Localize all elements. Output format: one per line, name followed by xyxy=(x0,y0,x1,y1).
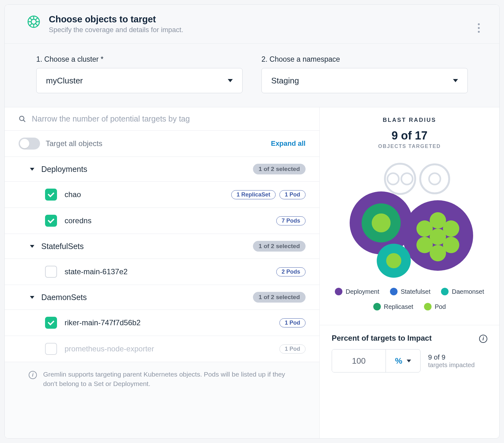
expand-all-link[interactable]: Expand all xyxy=(271,139,306,148)
kubernetes-icon xyxy=(27,15,41,31)
item-pills: 1 Pod xyxy=(279,344,306,354)
legend-label: Statefulset xyxy=(401,288,431,295)
group-title: DaemonSets xyxy=(41,293,87,302)
legend-dot xyxy=(390,288,398,295)
legend-label: Deployment xyxy=(346,288,379,295)
group-title: StatefulSets xyxy=(41,242,84,251)
svg-line-11 xyxy=(23,120,25,122)
list-item: state-main-6137e2 2 Pods xyxy=(5,259,319,285)
impact-summary: 9 of 9 targets impacted xyxy=(428,353,475,369)
chevron-down-icon xyxy=(407,360,411,362)
svg-point-20 xyxy=(372,213,391,232)
list-item: coredns 7 Pods xyxy=(5,208,319,234)
page-title: Choose objects to target xyxy=(49,14,183,25)
group-header-daemonsets[interactable]: DaemonSets 1 of 2 selected xyxy=(5,285,319,310)
blast-count: 9 of 17 xyxy=(332,129,487,142)
legend-dot xyxy=(335,288,342,295)
chevron-down-icon xyxy=(228,79,233,82)
item-checkbox[interactable] xyxy=(45,215,57,227)
footer-note-row: i Gremlin supports targeting parent Kube… xyxy=(5,362,319,438)
item-pills: 2 Pods xyxy=(276,267,306,276)
impact-value-input[interactable] xyxy=(332,349,386,372)
svg-line-7 xyxy=(36,24,38,26)
item-checkbox[interactable] xyxy=(45,317,57,329)
info-icon: i xyxy=(29,371,37,379)
item-checkbox[interactable] xyxy=(45,189,57,201)
header: Choose objects to target Specify the cov… xyxy=(5,5,499,43)
chevron-down-icon xyxy=(453,79,458,82)
impact-summary-count: 9 of 9 xyxy=(428,353,475,361)
impact-title: Percent of targets to Impact xyxy=(332,334,432,343)
svg-point-0 xyxy=(31,19,36,24)
blast-subtitle: OBJECTS TARGETED xyxy=(332,144,487,149)
item-label: prometheus-node-exporter xyxy=(65,344,154,353)
group-header-statefulsets[interactable]: StatefulSets 1 of 2 selected xyxy=(5,234,319,259)
svg-point-28 xyxy=(430,245,446,261)
chevron-down-icon xyxy=(30,245,34,248)
namespace-label: 2. Choose a namespace xyxy=(261,55,468,64)
svg-line-9 xyxy=(30,24,32,26)
pill: 7 Pods xyxy=(276,216,306,225)
list-item: chao 1 ReplicaSet 1 Pod xyxy=(5,182,319,208)
item-checkbox[interactable] xyxy=(45,343,57,355)
target-config-card: Choose objects to target Specify the cov… xyxy=(4,4,500,439)
legend-item: Statefulset xyxy=(390,288,431,295)
selected-count-pill: 1 of 2 selected xyxy=(253,164,306,174)
item-pills: 7 Pods xyxy=(276,216,306,225)
selected-count-pill: 1 of 2 selected xyxy=(253,241,306,252)
impact-unit-select[interactable]: % xyxy=(386,349,420,372)
legend-dot xyxy=(441,288,449,295)
legend-item: Daemonset xyxy=(441,288,484,295)
legend-label: Replicaset xyxy=(384,303,413,310)
list-item: prometheus-node-exporter 1 Pod xyxy=(5,336,319,362)
search-row xyxy=(5,107,319,131)
item-label: state-main-6137e2 xyxy=(65,267,128,276)
namespace-select[interactable]: Staging xyxy=(261,68,468,93)
cluster-select[interactable]: myCluster xyxy=(36,68,243,93)
impact-panel: Percent of targets to Impact i % 9 of 9 … xyxy=(320,325,499,385)
target-list-panel: Target all objects Expand all Deployment… xyxy=(5,107,320,438)
item-label: riker-main-747f7d56b2 xyxy=(65,318,140,327)
selected-count-pill: 1 of 2 selected xyxy=(253,292,306,303)
group-header-deployments[interactable]: Deployments 1 of 2 selected xyxy=(5,157,319,182)
chevron-down-icon xyxy=(30,296,34,299)
group-title: Deployments xyxy=(41,165,87,174)
svg-point-30 xyxy=(386,253,401,268)
impact-unit-label: % xyxy=(395,356,402,366)
cluster-selector-col: 1. Choose a cluster * myCluster xyxy=(36,55,243,93)
chevron-down-icon xyxy=(30,168,34,171)
namespace-value: Staging xyxy=(271,76,299,86)
cluster-value: myCluster xyxy=(46,76,83,86)
info-icon[interactable]: i xyxy=(479,335,487,343)
svg-point-10 xyxy=(20,116,24,121)
main-area: Target all objects Expand all Deployment… xyxy=(5,107,499,438)
svg-line-6 xyxy=(30,18,32,20)
legend-label: Pod xyxy=(435,303,446,310)
pill: 1 ReplicaSet xyxy=(231,190,276,199)
item-checkbox[interactable] xyxy=(45,266,57,278)
blast-radius-panel: BLAST RADIUS 9 of 17 OBJECTS TARGETED xyxy=(320,107,499,438)
footer-note: Gremlin supports targeting parent Kubern… xyxy=(43,370,301,389)
legend-item: Pod xyxy=(424,303,446,310)
tag-search-input[interactable] xyxy=(32,114,306,123)
overflow-menu-icon[interactable] xyxy=(474,22,484,34)
toggle-row: Target all objects Expand all xyxy=(5,131,319,157)
item-label: coredns xyxy=(65,216,91,225)
legend-item: Deployment xyxy=(335,288,379,295)
target-all-toggle[interactable] xyxy=(19,138,40,150)
pill: 1 Pod xyxy=(279,344,306,354)
pill: 1 Pod xyxy=(279,190,306,199)
legend-item: Replicaset xyxy=(373,303,413,310)
legend-label: Daemonset xyxy=(452,288,484,295)
pill: 1 Pod xyxy=(279,318,306,327)
svg-line-8 xyxy=(36,18,38,20)
selectors-row: 1. Choose a cluster * myCluster 2. Choos… xyxy=(5,43,499,107)
item-label: chao xyxy=(65,190,81,199)
impact-input-group: % xyxy=(332,349,421,372)
blast-title: BLAST RADIUS xyxy=(332,117,487,123)
search-icon xyxy=(19,115,26,123)
cluster-label: 1. Choose a cluster * xyxy=(36,55,243,64)
legend-dot xyxy=(424,303,432,310)
pill: 2 Pods xyxy=(276,267,306,276)
item-pills: 1 Pod xyxy=(279,318,306,327)
